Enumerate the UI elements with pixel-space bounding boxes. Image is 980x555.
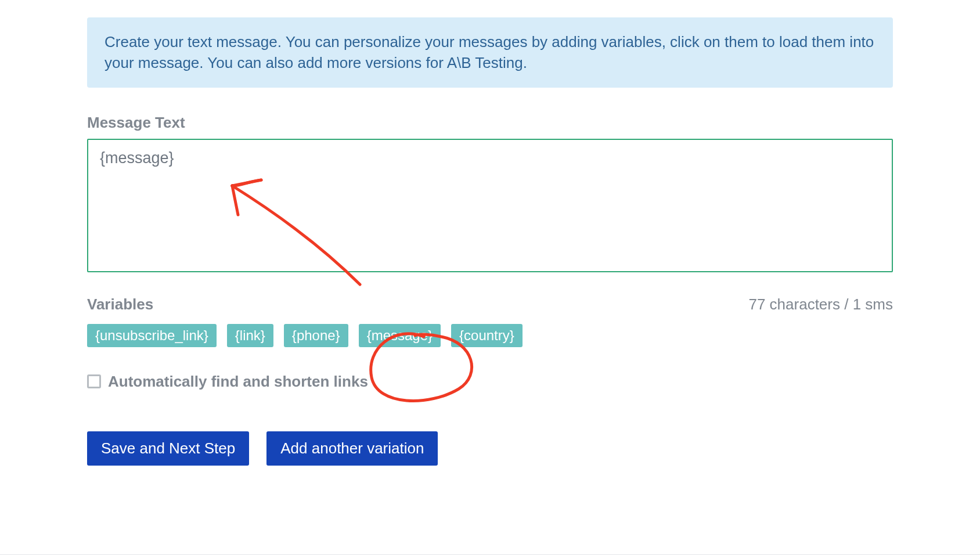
variables-label: Variables — [87, 295, 153, 313]
variables-row: Variables 77 characters / 1 sms — [87, 295, 893, 313]
shorten-links-label: Automatically find and shorten links — [108, 373, 368, 391]
info-banner: Create your text message. You can person… — [87, 17, 893, 88]
message-text-input[interactable] — [87, 139, 893, 272]
variable-chip-phone[interactable]: {phone} — [284, 324, 348, 347]
info-banner-text: Create your text message. You can person… — [105, 33, 874, 71]
shorten-links-checkbox[interactable] — [87, 374, 101, 388]
variable-chip-unsubscribe-link[interactable]: {unsubscribe_link} — [87, 324, 217, 347]
page: Create your text message. You can person… — [0, 0, 980, 555]
shorten-links-row: Automatically find and shorten links — [87, 373, 893, 391]
variable-chip-country[interactable]: {country} — [451, 324, 523, 347]
add-variation-button[interactable]: Add another variation — [266, 431, 438, 466]
variable-chip-link[interactable]: {link} — [227, 324, 273, 347]
message-text-label: Message Text — [87, 114, 893, 132]
variable-chips: {unsubscribe_link} {link} {phone} {messa… — [87, 324, 893, 347]
character-count: 77 characters / 1 sms — [748, 295, 893, 313]
variable-chip-message[interactable]: {message} — [359, 324, 441, 347]
save-next-step-button[interactable]: Save and Next Step — [87, 431, 249, 466]
action-buttons: Save and Next Step Add another variation — [87, 431, 893, 466]
